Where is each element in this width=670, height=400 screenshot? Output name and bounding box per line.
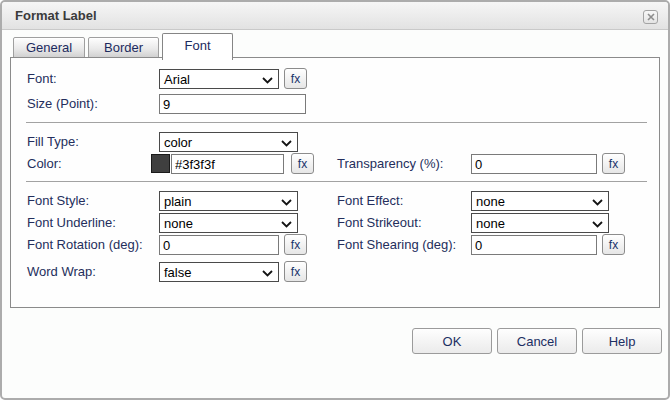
size-input[interactable] — [159, 94, 306, 114]
font-shearing-label: Font Shearing (deg): — [337, 235, 456, 255]
fill-type-select-value: color — [164, 135, 192, 150]
font-style-select[interactable]: plain — [159, 191, 298, 211]
separator — [26, 122, 647, 123]
color-swatch[interactable] — [151, 154, 170, 173]
font-strikeout-select-value: none — [476, 216, 505, 231]
font-select-value: Arial — [164, 72, 190, 87]
tab-border-label: Border — [104, 40, 143, 55]
word-wrap-fx-button[interactable]: fx — [284, 261, 307, 282]
font-rotation-label: Font Rotation (deg): — [27, 235, 143, 255]
font-select[interactable]: Arial — [159, 69, 279, 89]
font-effect-label: Font Effect: — [337, 191, 403, 211]
font-fx-button[interactable]: fx — [284, 68, 307, 89]
font-strikeout-select[interactable]: none — [471, 213, 609, 233]
color-label: Color: — [27, 154, 62, 174]
word-wrap-label: Word Wrap: — [27, 262, 96, 282]
color-fx-button[interactable]: fx — [291, 153, 314, 174]
transparency-label: Transparency (%): — [337, 154, 443, 174]
fill-type-select[interactable]: color — [159, 132, 298, 152]
chevron-down-icon — [281, 135, 292, 150]
font-strikeout-label: Font Strikeout: — [337, 213, 422, 233]
chevron-down-icon — [592, 216, 603, 231]
chevron-down-icon — [262, 265, 273, 280]
font-shearing-input[interactable] — [471, 235, 597, 255]
separator — [26, 181, 647, 182]
tab-general-label: General — [26, 40, 72, 55]
ok-button[interactable]: OK — [412, 328, 492, 354]
color-input[interactable] — [171, 154, 284, 174]
font-rotation-input[interactable] — [159, 235, 279, 255]
help-button[interactable]: Help — [582, 328, 662, 354]
word-wrap-select[interactable]: false — [159, 262, 279, 282]
close-icon — [647, 13, 655, 21]
font-underline-select-value: none — [164, 216, 193, 231]
font-tab-panel: Font: Arial fx Size (Point): Fill Type: … — [10, 57, 660, 308]
font-effect-select[interactable]: none — [471, 191, 609, 211]
size-label: Size (Point): — [27, 94, 98, 114]
font-label: Font: — [27, 69, 57, 89]
font-shearing-fx-button[interactable]: fx — [602, 234, 625, 255]
word-wrap-select-value: false — [164, 265, 191, 280]
fill-type-label: Fill Type: — [27, 132, 79, 152]
font-underline-label: Font Underline: — [27, 213, 116, 233]
font-rotation-fx-button[interactable]: fx — [284, 234, 307, 255]
transparency-input[interactable] — [471, 154, 597, 174]
chevron-down-icon — [592, 194, 603, 209]
transparency-fx-button[interactable]: fx — [602, 153, 625, 174]
font-underline-select[interactable]: none — [159, 213, 298, 233]
tab-font-label: Font — [184, 38, 210, 53]
font-style-label: Font Style: — [27, 191, 89, 211]
chevron-down-icon — [281, 194, 292, 209]
chevron-down-icon — [262, 72, 273, 87]
format-label-dialog: Format Label General Border Font Font: A… — [0, 0, 670, 400]
chevron-down-icon — [281, 216, 292, 231]
dialog-title: Format Label — [15, 2, 97, 29]
tab-border[interactable]: Border — [88, 37, 159, 59]
font-effect-select-value: none — [476, 194, 505, 209]
font-style-select-value: plain — [164, 194, 191, 209]
tab-font[interactable]: Font — [162, 33, 233, 60]
tab-general[interactable]: General — [13, 37, 85, 59]
cancel-button[interactable]: Cancel — [497, 328, 577, 354]
title-bar: Format Label — [2, 2, 668, 30]
close-button[interactable] — [643, 10, 658, 24]
